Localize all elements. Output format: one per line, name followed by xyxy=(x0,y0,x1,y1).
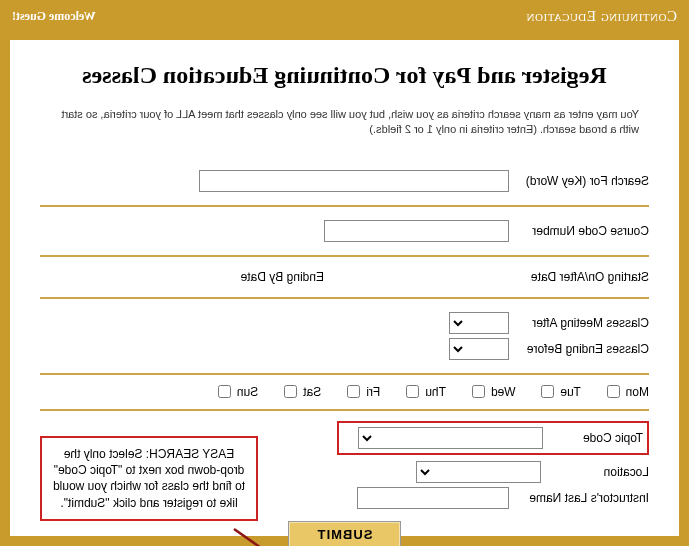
end-date-label: Ending By Date xyxy=(241,270,324,284)
day-sun-checkbox[interactable] xyxy=(218,385,231,398)
day-fri: Fri xyxy=(347,385,380,399)
page-title: Register and Pay for Continuing Educatio… xyxy=(40,62,649,89)
day-wed: Wed xyxy=(472,385,515,399)
day-sat: Sat xyxy=(284,385,321,399)
day-label: Sun xyxy=(237,385,258,399)
keyword-label: Search For (Key Word) xyxy=(509,174,649,188)
easy-search-callout: EASY SEARCH: Select only the drop-down b… xyxy=(40,436,258,521)
day-label: Mon xyxy=(626,385,649,399)
header-bar: Continuing Education Welcome Guest! xyxy=(0,0,689,32)
days-row: Mon Tue Wed Thu Fri Sat Sun xyxy=(40,375,649,411)
instructor-label: Instructor's Last Name xyxy=(509,491,649,505)
day-fri-checkbox[interactable] xyxy=(347,385,360,398)
submit-row: SUBMIT xyxy=(40,521,649,546)
submit-button[interactable]: SUBMIT xyxy=(288,521,402,546)
day-wed-checkbox[interactable] xyxy=(472,385,485,398)
day-label: Thu xyxy=(425,385,446,399)
topic-highlight: Topic Code xyxy=(337,421,649,455)
day-tue: Tue xyxy=(541,385,580,399)
course-code-section: Course Code Number xyxy=(40,207,649,257)
day-mon: Mon xyxy=(607,385,649,399)
day-label: Sat xyxy=(303,385,321,399)
day-label: Tue xyxy=(560,385,580,399)
main-panel: Register and Pay for Continuing Educatio… xyxy=(0,32,689,546)
welcome-text: Welcome Guest! xyxy=(12,9,96,24)
ending-before-select[interactable] xyxy=(449,338,509,360)
course-code-label: Course Code Number xyxy=(509,224,649,238)
instructor-input[interactable] xyxy=(357,487,509,509)
start-date-label: Starting On/After Date xyxy=(509,270,649,284)
keyword-section: Search For (Key Word) xyxy=(40,157,649,207)
intro-text: You may enter as many search criteria as… xyxy=(40,107,649,137)
app-title: Continuing Education xyxy=(526,8,677,25)
meeting-after-select[interactable] xyxy=(449,312,509,334)
location-select[interactable] xyxy=(416,461,541,483)
day-label: Wed xyxy=(491,385,515,399)
day-sun: Sun xyxy=(218,385,258,399)
course-code-input[interactable] xyxy=(324,220,509,242)
location-label: Location xyxy=(541,465,649,479)
keyword-input[interactable] xyxy=(199,170,509,192)
day-sat-checkbox[interactable] xyxy=(284,385,297,398)
day-label: Fri xyxy=(366,385,380,399)
topic-label: Topic Code xyxy=(543,431,643,445)
day-mon-checkbox[interactable] xyxy=(607,385,620,398)
time-section: Classes Meeting After Classes Ending Bef… xyxy=(40,299,649,375)
topic-select[interactable] xyxy=(358,427,543,449)
day-tue-checkbox[interactable] xyxy=(541,385,554,398)
day-thu-checkbox[interactable] xyxy=(406,385,419,398)
ending-before-label: Classes Ending Before xyxy=(509,342,649,356)
meeting-after-label: Classes Meeting After xyxy=(509,316,649,330)
day-thu: Thu xyxy=(406,385,446,399)
date-section: Starting On/After Date Ending By Date xyxy=(40,257,649,299)
